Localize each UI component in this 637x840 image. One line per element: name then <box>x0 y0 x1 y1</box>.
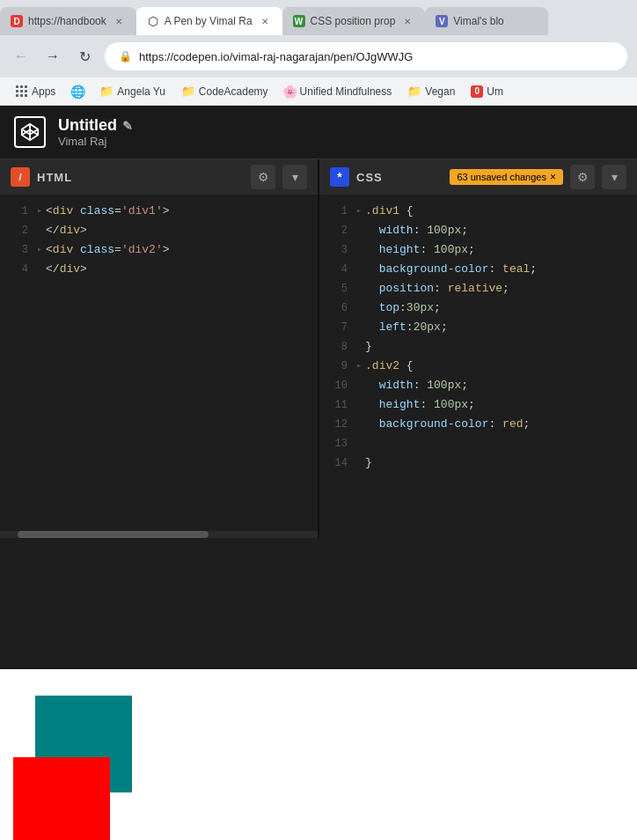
pen-author: Vimal Raj <box>58 135 133 148</box>
url-text: https://codepen.io/vimal-raj-nagarajan/p… <box>139 50 413 63</box>
tab-bar: D https://handbook ✕ ⬡ A Pen by Vimal Ra… <box>0 0 637 35</box>
pen-title-text: Untitled <box>58 116 117 135</box>
tab-css-position[interactable]: W CSS position prop ✕ <box>282 7 426 35</box>
preview-content <box>0 669 637 840</box>
unsaved-label: 63 unsaved changes <box>457 172 546 182</box>
pen-title: Untitled ✎ <box>58 116 133 135</box>
html-line-1: 1 ▸ <div class='div1'> <box>0 202 318 221</box>
tab-vimal-blog[interactable]: V Vimal's blo <box>425 7 548 35</box>
tab-close-handbook[interactable]: ✕ <box>112 14 126 28</box>
html-scrollbar-thumb[interactable] <box>18 531 209 538</box>
bookmark-apps[interactable]: Apps <box>9 83 62 100</box>
html-lang-label: HTML <box>37 171 72 184</box>
css-editor-header: * CSS 63 unsaved changes × ⚙ ▾ <box>319 159 637 195</box>
css-line-8: 8 } <box>319 337 637 357</box>
css-line-6: 6 top:30px; <box>319 298 637 318</box>
css-line-13: 13 <box>319 434 637 453</box>
tab-favicon-handbook: D <box>11 15 23 27</box>
css-settings-button[interactable]: ⚙ <box>570 165 595 189</box>
um-icon: 0 <box>471 85 483 98</box>
css-line-10: 10 width: 100px; <box>319 376 637 395</box>
tab-favicon-codepen: ⬡ <box>147 15 159 27</box>
html-collapse-button[interactable]: ▾ <box>282 165 307 189</box>
bookmark-apps-label: Apps <box>32 85 55 98</box>
css-lang-icon: * <box>330 167 349 187</box>
div2-preview <box>13 757 110 840</box>
tab-title-handbook: https://handbook <box>28 15 106 27</box>
tab-title-codepen: A Pen by Vimal Ra <box>165 15 253 27</box>
html-editor-panel: / HTML ⚙ ▾ 1 ▸ <div class='div1'> 2 </di… <box>0 159 319 538</box>
bookmark-angela-label: Angela Yu <box>117 85 165 98</box>
tab-codepen[interactable]: ⬡ A Pen by Vimal Ra ✕ <box>136 7 282 35</box>
codepen-logo <box>14 116 46 148</box>
reload-button[interactable]: ↻ <box>72 44 97 69</box>
tab-favicon-vimal: V <box>436 15 448 27</box>
lock-icon: 🔒 <box>119 50 132 63</box>
css-lang-label: CSS <box>356 171 383 184</box>
css-code-content[interactable]: 1 ▸ .div1 { 2 width: 100px; 3 height: 10… <box>319 195 637 538</box>
folder-icon-vegan: 📁 <box>407 85 421 98</box>
tab-handbook[interactable]: D https://handbook ✕ <box>0 7 136 35</box>
bookmark-um-label: Um <box>487 85 503 98</box>
tab-close-codepen[interactable]: ✕ <box>258 14 272 28</box>
css-collapse-button[interactable]: ▾ <box>602 165 626 189</box>
unsaved-close-button[interactable]: × <box>550 171 556 183</box>
css-line-2: 2 width: 100px; <box>319 221 637 240</box>
bookmark-codeacademy[interactable]: 📁 CodeAcademy <box>174 82 275 100</box>
mindfulness-icon: 🌸 <box>284 85 297 98</box>
url-bar[interactable]: 🔒 https://codepen.io/vimal-raj-nagarajan… <box>104 41 628 71</box>
folder-icon-angela: 📁 <box>99 85 113 98</box>
codepen-header: Untitled ✎ Vimal Raj <box>0 106 637 159</box>
apps-grid-icon <box>16 85 28 98</box>
bookmark-vegan-label: Vegan <box>425 85 455 98</box>
edit-pen-title-icon[interactable]: ✎ <box>122 119 133 133</box>
bookmark-codeacademy-label: CodeAcademy <box>199 85 268 98</box>
tab-favicon-css: W <box>293 15 305 27</box>
css-line-7: 7 left:20px; <box>319 318 637 337</box>
tab-close-css[interactable]: ✕ <box>400 14 414 28</box>
css-line-1: 1 ▸ .div1 { <box>319 202 637 221</box>
css-line-12: 12 background-color: red; <box>319 415 637 434</box>
css-line-3: 3 height: 100px; <box>319 240 637 260</box>
bookmark-globe[interactable]: 🌐 <box>64 83 91 100</box>
tab-title-css: CSS position prop <box>311 15 396 27</box>
bookmark-vegan[interactable]: 📁 Vegan <box>400 82 462 100</box>
editors-area: / HTML ⚙ ▾ 1 ▸ <div class='div1'> 2 </di… <box>0 159 637 538</box>
html-line-4: 4 </div> <box>0 260 318 279</box>
bookmarks-bar: Apps 🌐 📁 Angela Yu 📁 CodeAcademy 🌸 Unifi… <box>0 77 637 106</box>
css-line-5: 5 position: relative; <box>319 279 637 298</box>
preview-area <box>0 669 637 840</box>
html-lang-icon: / <box>11 167 30 187</box>
css-line-11: 11 height: 100px; <box>319 395 637 415</box>
css-editor-panel: * CSS 63 unsaved changes × ⚙ ▾ 1 ▸ .div1… <box>319 159 637 538</box>
bookmark-um[interactable]: 0 Um <box>464 83 510 100</box>
css-line-14: 14 } <box>319 453 637 473</box>
tab-title-vimal: Vimal's blo <box>453 15 538 27</box>
bookmark-mindfulness-label: Unified Mindfulness <box>300 85 392 98</box>
bookmark-unified-mindfulness[interactable]: 🌸 Unified Mindfulness <box>277 83 399 100</box>
codepen-app: Untitled ✎ Vimal Raj / HTML ⚙ ▾ 1 ▸ <div… <box>0 106 637 669</box>
back-button[interactable]: ← <box>9 44 33 69</box>
html-editor-header: / HTML ⚙ ▾ <box>0 159 318 195</box>
css-line-4: 4 background-color: teal; <box>319 260 637 279</box>
html-line-2: 2 </div> <box>0 221 318 240</box>
html-line-3: 3 ▸ <div class='div2'> <box>0 240 318 260</box>
forward-button[interactable]: → <box>40 44 65 69</box>
browser-chrome: D https://handbook ✕ ⬡ A Pen by Vimal Ra… <box>0 0 637 106</box>
bookmark-angela-yu[interactable]: 📁 Angela Yu <box>92 82 172 100</box>
html-code-content[interactable]: 1 ▸ <div class='div1'> 2 </div> 3 ▸ <div… <box>0 195 318 531</box>
html-settings-button[interactable]: ⚙ <box>251 165 275 189</box>
css-line-9: 9 ▸ .div2 { <box>319 357 637 376</box>
folder-icon-codeacademy: 📁 <box>181 85 195 98</box>
html-scrollbar-track <box>0 531 318 538</box>
globe-icon: 🌐 <box>71 85 84 98</box>
address-bar: ← → ↻ 🔒 https://codepen.io/vimal-raj-nag… <box>0 35 637 77</box>
unsaved-badge: 63 unsaved changes × <box>450 169 563 185</box>
pen-info: Untitled ✎ Vimal Raj <box>58 116 133 148</box>
